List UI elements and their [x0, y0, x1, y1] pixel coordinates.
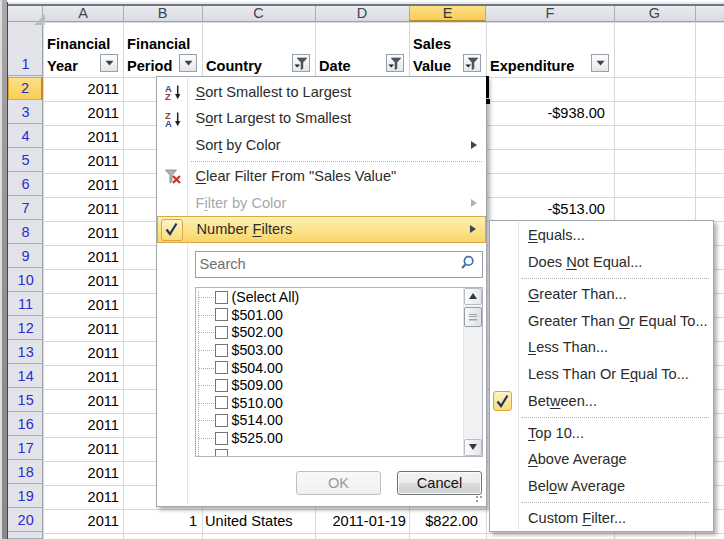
submenu-item-equals[interactable]: Equals... [490, 222, 714, 249]
column-header-e[interactable]: E [409, 6, 486, 22]
row-header-13[interactable]: 13 [8, 341, 43, 364]
value-row[interactable]: $509.00 [196, 377, 482, 395]
value-checkbox[interactable] [215, 379, 228, 392]
row-header-10[interactable]: 10 [8, 269, 43, 292]
row-header-9[interactable]: 9 [8, 245, 43, 268]
header-cell-d1[interactable]: Date [319, 55, 351, 77]
row-header-11[interactable]: 11 [8, 293, 43, 316]
cell-a18[interactable]: 2011 [46, 461, 119, 484]
select-all-corner[interactable] [8, 6, 43, 22]
scroll-up-button[interactable] [464, 288, 482, 305]
column-header-f[interactable]: F [486, 6, 614, 21]
cell-a4[interactable]: 2011 [46, 125, 119, 148]
cell-a12[interactable]: 2011 [46, 317, 119, 340]
submenu-item-top-10[interactable]: Top 10... [490, 419, 714, 446]
value-checkbox[interactable] [215, 396, 228, 409]
row-header-5[interactable]: 5 [8, 149, 43, 172]
value-checkbox[interactable] [215, 449, 228, 456]
value-checkbox[interactable] [215, 291, 228, 304]
submenu-item-greater-than-or-equal-to[interactable]: Greater Than Or Equal To... [490, 307, 714, 334]
cell-a6[interactable]: 2011 [46, 173, 119, 196]
cell-a16[interactable]: 2011 [46, 413, 119, 436]
cell-a19[interactable]: 2011 [46, 485, 119, 508]
row-header-19[interactable]: 19 [8, 485, 43, 508]
cell-a11[interactable]: 2011 [46, 293, 119, 316]
cell-a8[interactable]: 2011 [46, 221, 119, 244]
row-header-21[interactable] [8, 533, 43, 539]
column-header-d[interactable]: D [315, 6, 409, 21]
value-checkbox[interactable] [215, 344, 228, 357]
value-row[interactable]: $514.00 [196, 412, 482, 430]
cell-a14[interactable]: 2011 [46, 365, 119, 388]
scroll-down-button[interactable] [464, 439, 482, 456]
search-input[interactable] [196, 252, 460, 277]
row-header-12[interactable]: 12 [8, 317, 43, 340]
filter-button-b[interactable] [179, 54, 197, 72]
row-header-6[interactable]: 6 [8, 173, 43, 196]
cell-d20[interactable]: 2011-01-19 [318, 509, 406, 532]
menu-item-number-filters[interactable]: Number Filters [157, 216, 486, 243]
cell-f7[interactable]: -$513.00 [489, 197, 605, 220]
submenu-item-custom-filter[interactable]: Custom Filter... [490, 504, 714, 531]
column-header-b[interactable]: B [123, 6, 202, 21]
value-row[interactable]: $504.00 [196, 359, 482, 377]
cancel-button[interactable]: Cancel [397, 471, 482, 495]
column-header-a[interactable]: A [43, 6, 123, 21]
column-header-c[interactable]: C [202, 6, 315, 21]
cell-a17[interactable]: 2011 [46, 437, 119, 460]
cell-a13[interactable]: 2011 [46, 341, 119, 364]
filter-button-f[interactable] [591, 54, 609, 72]
row-header-2[interactable]: 2 [8, 77, 43, 100]
value-row[interactable]: $502.00 [196, 324, 482, 342]
row-header-8[interactable]: 8 [8, 221, 43, 244]
cell-f3[interactable]: -$938.00 [489, 101, 605, 124]
active-cell-fill-handle[interactable] [486, 99, 490, 104]
submenu-item-greater-than[interactable]: Greater Than... [490, 280, 714, 307]
filter-button-a[interactable] [100, 54, 118, 72]
menu-item-sort-smallest-to-largest[interactable]: Sort Smallest to LargestAZ [157, 79, 486, 106]
submenu-item-between[interactable]: Between... [490, 388, 714, 415]
submenu-item-less-than[interactable]: Less Than... [490, 334, 714, 361]
menu-item-sort-largest-to-smallest[interactable]: Sort Largest to SmallestZA [157, 105, 486, 132]
row-header-14[interactable]: 14 [8, 365, 43, 388]
cell-a15[interactable]: 2011 [46, 389, 119, 412]
filter-button-d-filtered[interactable] [386, 54, 404, 72]
value-checkbox[interactable] [215, 361, 228, 374]
cell-a9[interactable]: 2011 [46, 245, 119, 268]
cell-b20[interactable]: 1 [126, 509, 197, 532]
cell-c20[interactable]: United States [205, 509, 311, 532]
filter-button-e-filtered[interactable] [463, 54, 481, 72]
value-checkbox[interactable] [215, 326, 228, 339]
submenu-item-above-average[interactable]: Above Average [490, 446, 714, 473]
row-header-16[interactable]: 16 [8, 413, 43, 436]
cell-a5[interactable]: 2011 [46, 149, 119, 172]
row-header-15[interactable]: 15 [8, 389, 43, 412]
scroll-thumb[interactable] [464, 307, 482, 327]
row-header-4[interactable]: 4 [8, 125, 43, 148]
value-row[interactable]: (Select All) [196, 289, 482, 307]
column-header-g[interactable]: G [614, 6, 695, 21]
menu-item-clear-filter[interactable]: Clear Filter From "Sales Value" [157, 163, 486, 190]
submenu-item-less-than-or-equal-to[interactable]: Less Than Or Equal To... [490, 361, 714, 388]
cell-a2[interactable]: 2011 [46, 77, 119, 100]
value-checkbox[interactable] [215, 414, 228, 427]
value-row[interactable]: $510.00 [196, 394, 482, 412]
row-header-18[interactable]: 18 [8, 461, 43, 484]
row-header-3[interactable]: 3 [8, 101, 43, 124]
search-icon[interactable] [460, 255, 475, 274]
cell-e20[interactable]: $822.00 [412, 509, 478, 532]
cell-a7[interactable]: 2011 [46, 197, 119, 220]
submenu-item-below-average[interactable]: Below Average [490, 473, 714, 500]
row-header-7[interactable]: 7 [8, 197, 43, 220]
value-row[interactable]: $503.00 [196, 341, 482, 359]
value-checkbox[interactable] [215, 432, 228, 445]
row-header-1[interactable]: 1 [8, 22, 43, 76]
row-header-17[interactable]: 17 [8, 437, 43, 460]
row-header-20[interactable]: 20 [8, 509, 43, 532]
header-cell-c1[interactable]: Country [206, 55, 262, 77]
cell-a3[interactable]: 2011 [46, 101, 119, 124]
ok-button[interactable]: OK [296, 471, 381, 495]
cell-a20[interactable]: 2011 [46, 509, 119, 532]
value-row[interactable]: $525.00 [196, 429, 482, 447]
filter-button-c-filtered[interactable] [292, 54, 310, 72]
